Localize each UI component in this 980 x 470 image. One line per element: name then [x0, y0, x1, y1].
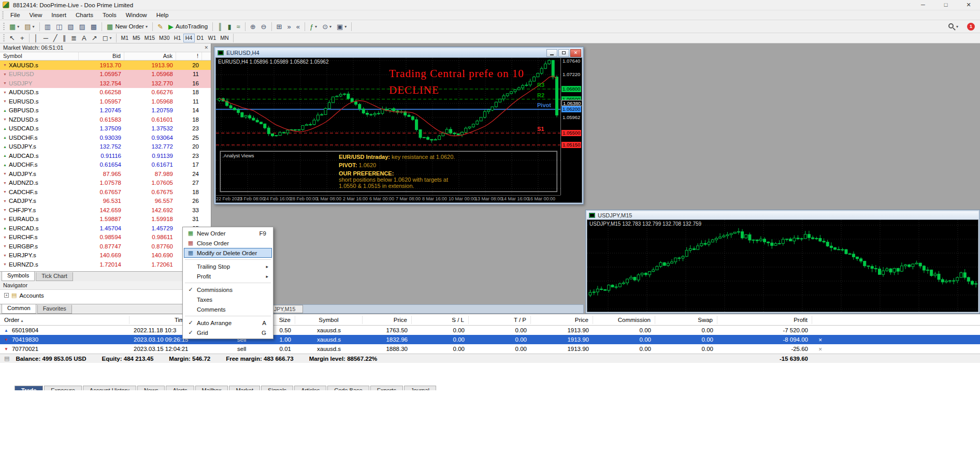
crosshair-button[interactable]: +: [18, 33, 26, 43]
market-watch-row-eurcad-s[interactable]: ▲EURCAD.s1.457041.4572925: [0, 224, 211, 233]
market-watch-close-icon[interactable]: ✕: [204, 45, 208, 50]
chart-line-button[interactable]: ≈: [235, 21, 242, 32]
market-watch-row-xauusd-s[interactable]: ▼XAUUSD.s1913.701913.9020: [0, 61, 211, 70]
menu-tools[interactable]: Tools: [98, 10, 121, 20]
menu-window[interactable]: Window: [121, 10, 152, 20]
navigator-tab-favorites[interactable]: Favorites: [37, 305, 72, 314]
menu-view[interactable]: View: [25, 10, 47, 20]
arrows-button[interactable]: ↗: [90, 33, 99, 43]
chart-close-button[interactable]: ✕: [570, 49, 581, 57]
market-watch-row-nzdusd-s[interactable]: ▼NZDUSD.s0.615830.6160118: [0, 115, 211, 124]
timeframe-d1[interactable]: D1: [195, 34, 206, 42]
terminal-tab-mailbox[interactable]: Mailbox: [195, 386, 228, 390]
indicators-button[interactable]: ƒ▾: [308, 21, 319, 32]
minimize-button[interactable]: ─: [912, 0, 934, 10]
terminal-tab-trade[interactable]: Trade: [15, 386, 43, 390]
equidistant-channel-button[interactable]: ∥: [61, 33, 68, 43]
tree-item-accounts[interactable]: +▤Accounts: [4, 292, 211, 299]
terminal-tab-signals[interactable]: Signals: [261, 386, 293, 390]
timeframe-m5[interactable]: M5: [131, 34, 142, 42]
market-watch-row-usdchf-s[interactable]: ▲USDCHF.s0.930390.9306425: [0, 133, 211, 142]
chart-candles-button[interactable]: ▮: [225, 21, 233, 32]
context-menu-item-grid[interactable]: ✓GridG: [184, 328, 272, 337]
market-watch-row-eurjpy-s[interactable]: ▼EURJPY.s140.669140.69021: [0, 251, 211, 260]
metaeditor-button[interactable]: ✎: [155, 21, 165, 32]
market-watch-row-audchf-s[interactable]: ▲AUDCHF.s0.616540.6167117: [0, 160, 211, 170]
trade-row-70770021[interactable]: ▼707700212023.03.15 12:04:21sell0.01xauu…: [0, 344, 980, 354]
market-watch-row-cadjpy-s[interactable]: ▼CADJPY.s96.53196.55726: [0, 197, 211, 206]
chart-titlebar-usdjpy[interactable]: USDJPY,M15: [587, 211, 978, 219]
zoom-in-button[interactable]: ⊕: [248, 21, 258, 32]
cursor-button[interactable]: ↖: [7, 33, 17, 43]
market-watch-row-eurgbp-s[interactable]: ▼EURGBP.s0.877470.8776013: [0, 242, 211, 251]
expand-icon[interactable]: +: [4, 293, 9, 298]
menu-charts[interactable]: Charts: [71, 10, 98, 20]
trendline-button[interactable]: ╱: [51, 33, 60, 43]
timeframe-m15[interactable]: M15: [142, 34, 157, 42]
chart-area-usdjpy[interactable]: USDJPY,M15 132.783 132.799 132.708 132.7…: [587, 219, 978, 312]
timeframe-m1[interactable]: M1: [119, 34, 131, 42]
terminal-tab-code-base[interactable]: Code Base: [327, 386, 369, 390]
notification-badge[interactable]: 1: [967, 23, 975, 31]
text-label-button[interactable]: A: [80, 33, 89, 43]
market-watch-row-cadchf-s[interactable]: ▼CADCHF.s0.676570.6767518: [0, 187, 211, 197]
market-watch-tab-tick-chart[interactable]: Tick Chart: [36, 272, 73, 281]
market-watch-row-audcad-s[interactable]: ▲AUDCAD.s0.911160.9113923: [0, 151, 211, 160]
chart-titlebar-eurusd[interactable]: EURUSD,H4 ✕: [215, 48, 582, 57]
menu-file[interactable]: File: [6, 10, 25, 20]
market-watch-row-eurusd-s[interactable]: ▼EURUSD.s1.059571.0596811: [0, 97, 211, 106]
context-menu-item-close-order[interactable]: ▦Close Order: [184, 238, 272, 248]
context-menu-item-modify-or-delete-order[interactable]: ▦Modify or Delete Order: [184, 248, 272, 258]
periods-button[interactable]: ⊙▾: [320, 21, 334, 32]
market-watch-row-usdjpy-s[interactable]: ▲USDJPY.s132.752132.77220: [0, 142, 211, 152]
chart-area-eurusd[interactable]: R3R2PivotS1 1.076401.072201.068001.06500…: [215, 57, 582, 203]
market-watch-row-eurnzd-s[interactable]: ▼EURNZD.s1.720141.7206147: [0, 260, 211, 269]
context-menu-item-profit[interactable]: Profit▸: [184, 271, 272, 281]
context-menu-item-auto-arrange[interactable]: ✓Auto ArrangeA: [184, 318, 272, 328]
auto-scroll-button[interactable]: »: [285, 21, 293, 32]
close-trade-icon[interactable]: ✕: [818, 347, 823, 352]
market-watch-row-usdcad-s[interactable]: ▲USDCAD.s1.375091.3753223: [0, 124, 211, 134]
market-watch-toggle-button[interactable]: ▥: [42, 21, 53, 32]
shapes-button[interactable]: ◻▾: [100, 33, 114, 43]
close-button[interactable]: ✕: [957, 0, 980, 10]
close-trade-icon[interactable]: ✕: [818, 337, 823, 343]
chart-shift-button[interactable]: «: [294, 21, 302, 32]
navigator-tab-common[interactable]: Common: [2, 304, 36, 314]
autotrading-button[interactable]: ▶AutoTrading: [166, 21, 210, 32]
timeframe-w1[interactable]: W1: [206, 34, 219, 42]
terminal-tab-account-history[interactable]: Account History: [83, 386, 136, 390]
market-watch-row-gbpusd-s[interactable]: ▲GBPUSD.s1.207451.2075914: [0, 106, 211, 115]
chart-minimize-button[interactable]: [546, 49, 557, 57]
horizontal-line-button[interactable]: ─: [41, 33, 50, 43]
strategy-tester-button[interactable]: ▩: [89, 21, 99, 32]
templates-button[interactable]: ▣▾: [335, 21, 349, 32]
timeframe-h4[interactable]: H4: [183, 34, 195, 42]
vertical-line-button[interactable]: │: [32, 33, 40, 43]
menu-insert[interactable]: Insert: [47, 10, 71, 20]
terminal-tab-experts[interactable]: Experts: [370, 386, 403, 390]
new-order-button[interactable]: ▦New Order▾: [105, 21, 150, 32]
data-window-button[interactable]: ◫: [54, 21, 64, 32]
terminal-toggle-button[interactable]: ▨: [77, 21, 88, 32]
terminal-tab-news[interactable]: News: [137, 386, 165, 390]
market-watch-row-audnzd-s[interactable]: ▼AUDNZD.s1.075781.0760527: [0, 179, 211, 188]
terminal-tab-market[interactable]: Market: [229, 386, 260, 390]
market-watch-row-eurchf-s[interactable]: ▼EURCHF.s0.985940.9861117: [0, 233, 211, 242]
search-button[interactable]: ▾: [945, 21, 960, 32]
terminal-tab-articles[interactable]: Articles: [294, 386, 326, 390]
timeframe-m30[interactable]: M30: [157, 34, 171, 42]
market-watch-row-eurusd[interactable]: ▼EURUSD1.059571.0596811: [0, 70, 211, 79]
navigator-toggle-button[interactable]: ▧: [65, 21, 76, 32]
terminal-tab-exposure[interactable]: Exposure: [44, 386, 81, 390]
menu-help[interactable]: Help: [152, 10, 174, 20]
market-watch-row-usdjpy[interactable]: ▼USDJPY132.754132.77016: [0, 79, 211, 88]
market-watch-row-euraud-s[interactable]: ▼EURAUD.s1.598871.5991831: [0, 215, 211, 224]
context-menu-item-trailing-stop[interactable]: Trailing Stop▸: [184, 261, 272, 271]
chart-bars-button[interactable]: ║: [215, 21, 224, 32]
chart-window-usdjpy[interactable]: USDJPY,M15 USDJPY,M15 132.783 132.799 13…: [585, 210, 980, 314]
market-watch-row-chfjpy-s[interactable]: ▼CHFJPY.s142.659142.69233: [0, 205, 211, 215]
trade-row-70419830[interactable]: ▼704198302023.03.10 09:26:15sell1.00xauu…: [0, 335, 980, 344]
market-watch-row-audusd-s[interactable]: ▼AUDUSD.s0.662580.6627618: [0, 88, 211, 97]
timeframe-h1[interactable]: H1: [172, 34, 183, 42]
